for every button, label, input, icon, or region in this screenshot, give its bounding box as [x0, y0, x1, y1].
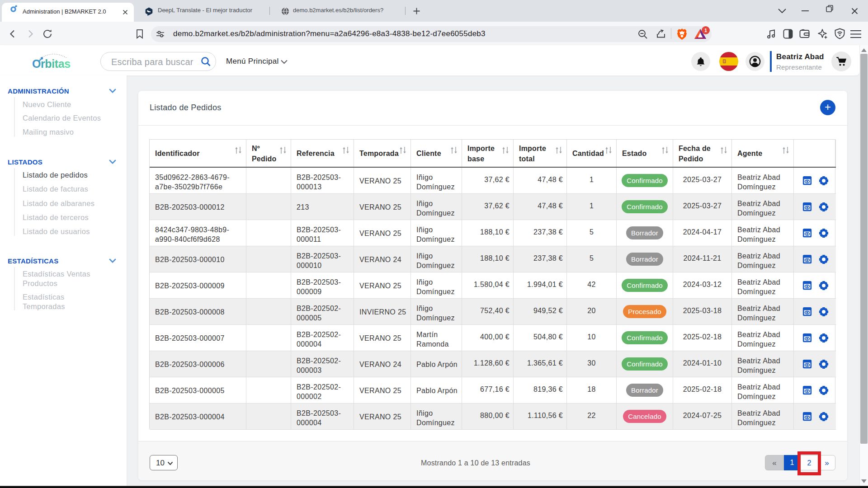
- svg-text:Orbitas: Orbitas: [32, 57, 71, 70]
